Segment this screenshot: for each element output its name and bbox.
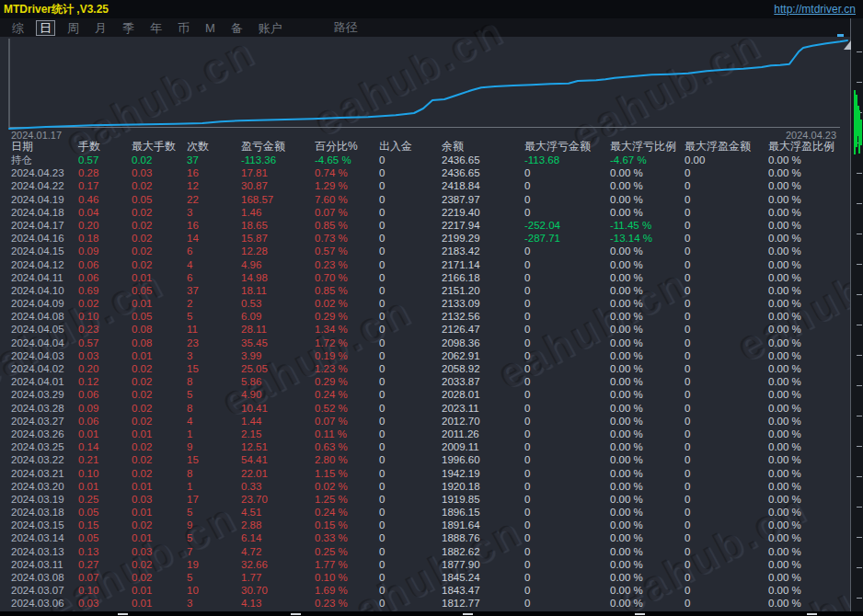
- table-row[interactable]: 2024.03.280.090.02810.410.52 %02023.1100…: [0, 402, 863, 415]
- menu-item-1[interactable]: 日: [36, 20, 55, 36]
- cell: 0.01: [132, 584, 187, 597]
- table-row[interactable]: 2024.03.080.070.0251.770.10 %01845.2400.…: [0, 571, 863, 584]
- strip-tick: [857, 203, 862, 204]
- table-row[interactable]: 2024.03.210.100.02822.011.15 %01942.1900…: [0, 467, 863, 480]
- cell: 0.00 %: [768, 179, 863, 192]
- right-scrollbar-strip[interactable]: [850, 18, 863, 616]
- table-row[interactable]: 2024.04.110.060.01614.980.70 %02166.1800…: [0, 271, 863, 284]
- table-row[interactable]: 2024.03.150.150.0292.880.15 %01891.6400.…: [0, 519, 863, 531]
- cell: 2024.03.20: [11, 480, 78, 493]
- column-header-3[interactable]: 次数: [187, 139, 241, 154]
- cell: 0.00 %: [610, 467, 685, 480]
- menu-item-3[interactable]: 月: [91, 20, 110, 36]
- menu-item-0[interactable]: 综: [8, 20, 28, 36]
- cell: 0: [685, 440, 768, 453]
- table-row[interactable]: 2024.04.190.460.0522168.577.60 %02387.97…: [0, 193, 863, 206]
- strip-tick: [857, 51, 862, 52]
- table-row[interactable]: 2024.03.130.130.0374.720.25 %01882.6200.…: [0, 545, 863, 558]
- strip-tick: [857, 476, 862, 477]
- menu-item-4[interactable]: 季: [119, 20, 138, 36]
- website-link[interactable]: http://mtdriver.cn: [774, 3, 856, 16]
- column-header-6[interactable]: 出入金: [379, 139, 442, 154]
- cell: 2436.65: [442, 154, 524, 166]
- cell: 0: [524, 467, 610, 480]
- table-row[interactable]: 2024.03.290.060.0254.900.24 %02028.0100.…: [0, 388, 863, 401]
- cell: 0.03: [78, 597, 132, 610]
- menu-item-9[interactable]: 账户: [255, 20, 286, 36]
- cell: 0.00 %: [768, 297, 863, 310]
- cell: 0: [685, 349, 768, 362]
- table-row[interactable]: 2024.03.220.210.021554.412.80 %01996.600…: [0, 453, 863, 466]
- cell: 0.00 %: [610, 558, 685, 571]
- table-row[interactable]: 2024.04.050.230.081128.111.34 %02126.470…: [0, 323, 863, 336]
- cell: 1845.24: [442, 571, 524, 584]
- cell: 5.86: [241, 375, 315, 388]
- column-header-10[interactable]: 最大浮盈金额: [685, 139, 768, 154]
- bottom-edge-dash: [291, 613, 301, 615]
- column-header-0[interactable]: 日期: [11, 139, 78, 154]
- table-row[interactable]: 2024.04.020.200.021525.051.23 %02058.920…: [0, 362, 863, 375]
- table-row[interactable]: 2024.04.170.200.021618.650.85 %02217.94-…: [0, 219, 863, 232]
- table-row[interactable]: 2024.04.030.030.0133.990.19 %02062.9100.…: [0, 349, 863, 362]
- column-header-5[interactable]: 百分比%: [315, 139, 379, 154]
- table-row[interactable]: 持仓0.570.0237-113.36-4.65 %02436.65-113.6…: [0, 154, 863, 166]
- column-header-9[interactable]: 最大浮亏比例: [610, 139, 685, 154]
- cell: 0.02: [132, 388, 187, 401]
- cell: 0.02: [132, 453, 187, 466]
- column-header-4[interactable]: 盈亏金额: [241, 139, 315, 154]
- table-row[interactable]: 2024.04.150.090.02612.280.57 %02183.4200…: [0, 245, 863, 257]
- table-row[interactable]: 2024.03.200.010.0110.330.02 %01920.1800.…: [0, 480, 863, 493]
- cell: 0.09: [78, 402, 132, 415]
- cell: 0: [685, 480, 768, 493]
- cell: 2024.03.25: [11, 440, 78, 453]
- cell: -11.45 %: [610, 219, 685, 232]
- table-row[interactable]: 2024.04.230.280.031617.810.74 %02436.650…: [0, 166, 863, 179]
- column-header-7[interactable]: 余额: [442, 139, 524, 154]
- column-header-1[interactable]: 手数: [78, 139, 132, 154]
- cell: 6: [187, 271, 241, 284]
- table-row[interactable]: 2024.04.120.060.0244.960.23 %02171.1400.…: [0, 258, 863, 271]
- table-row[interactable]: 2024.04.080.100.0556.090.29 %02132.5600.…: [0, 310, 863, 323]
- menu-item-5[interactable]: 年: [146, 20, 166, 36]
- table-row[interactable]: 2024.03.250.140.02912.510.63 %02009.1100…: [0, 440, 863, 453]
- cell: 0.03: [132, 166, 187, 179]
- cell: 1882.62: [442, 545, 524, 558]
- column-header-8[interactable]: 最大浮亏金额: [524, 139, 610, 154]
- menu-item-6[interactable]: 币: [174, 20, 193, 36]
- cell: 0.33: [241, 480, 315, 493]
- menu-item-7[interactable]: M: [201, 20, 219, 36]
- cell: 0.02: [132, 402, 187, 415]
- table-row[interactable]: 2024.03.180.050.0154.510.24 %01896.1500.…: [0, 506, 863, 519]
- table-row[interactable]: 2024.04.220.170.021230.871.29 %02418.840…: [0, 179, 863, 192]
- table-row[interactable]: 2024.03.070.100.011030.701.69 %01843.470…: [0, 584, 863, 597]
- cell: 0: [524, 415, 610, 428]
- cell: 1.23 %: [315, 362, 379, 375]
- table-row[interactable]: 2024.03.260.010.0112.150.11 %02011.2600.…: [0, 428, 863, 440]
- table-row[interactable]: 2024.03.110.270.021932.661.77 %01877.900…: [0, 558, 863, 571]
- column-header-11[interactable]: 最大浮盈比例: [768, 139, 863, 154]
- table-row[interactable]: 2024.03.270.060.0241.440.07 %02012.7000.…: [0, 415, 863, 428]
- strip-tick: [857, 598, 862, 599]
- cell: 0: [379, 323, 442, 336]
- table-row[interactable]: 2024.04.180.040.0231.460.07 %02219.4000.…: [0, 206, 863, 219]
- table-row[interactable]: 2024.03.190.250.031723.701.25 %01919.850…: [0, 493, 863, 506]
- menu-item-8[interactable]: 备: [227, 20, 247, 36]
- cell: 0: [524, 493, 610, 506]
- cell: 28.11: [241, 323, 315, 336]
- cell: 6.09: [241, 310, 315, 323]
- table-row[interactable]: 2024.04.100.690.053718.110.85 %02151.200…: [0, 284, 863, 297]
- title-bar: MTDriver统计 ,V3.25 http://mtdriver.cn: [0, 0, 863, 18]
- column-header-2[interactable]: 最大手数: [132, 139, 187, 154]
- cell: 0.00 %: [610, 297, 685, 310]
- menu-item-path[interactable]: 路径: [334, 19, 358, 36]
- cell: 0: [379, 258, 442, 271]
- table-row[interactable]: 2024.04.160.180.021415.870.73 %02199.29-…: [0, 232, 863, 245]
- cell: 2166.18: [442, 271, 524, 284]
- table-row[interactable]: 2024.04.040.570.082335.451.72 %02098.360…: [0, 337, 863, 349]
- menu-item-2[interactable]: 周: [63, 20, 83, 36]
- table-row[interactable]: 2024.04.090.020.0120.530.02 %02133.0900.…: [0, 297, 863, 310]
- table-row[interactable]: 2024.03.060.030.0134.130.23 %01812.7700.…: [0, 597, 863, 610]
- cell: 2024.03.15: [11, 519, 78, 531]
- table-row[interactable]: 2024.04.010.120.0285.860.29 %02033.8700.…: [0, 375, 863, 388]
- table-row[interactable]: 2024.03.140.050.0156.140.33 %01888.7600.…: [0, 531, 863, 544]
